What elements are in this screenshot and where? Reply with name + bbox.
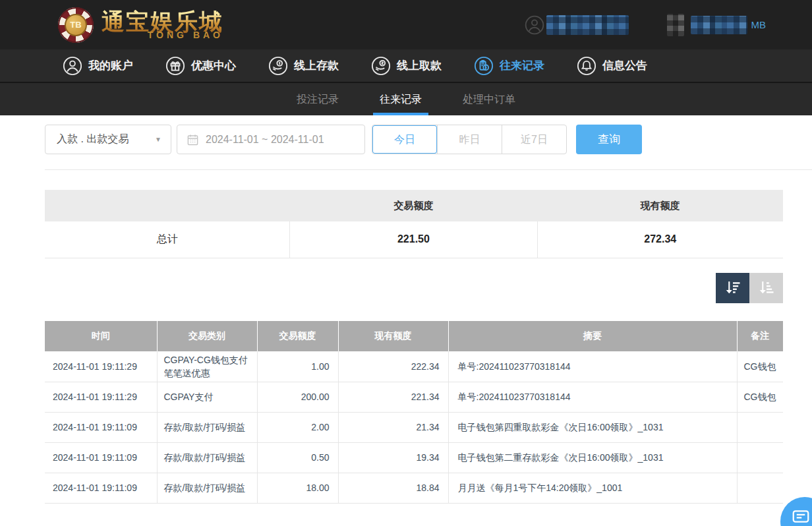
cell-balance: 19.34 [338,442,448,473]
cell-type: 存款/取款/打码/损益 [157,442,257,473]
cell-note: CG钱包 [737,382,783,412]
transaction-type-select[interactable]: 入款 . 出款交易 ▼ [45,125,171,154]
censored-balance [691,16,747,34]
table-body: 2024-11-01 19:11:29 CGPAY-CG钱包支付笔笔送优惠 1.… [45,351,783,504]
filter-bar: 入款 . 出款交易 ▼ 2024-11-01 ~ 2024-11-01 今日 昨… [45,125,812,154]
cell-note: CG钱包 [737,351,783,382]
cell-summary: 月月送《每月1号下午14:20领取》_1001 [448,473,737,503]
cell-amount: 1.00 [257,351,338,382]
page: TB 通宝娱乐城 TONG BAO MB [0,0,812,526]
summary-balance-total: 272.34 [537,221,783,258]
chat-icon [791,507,811,526]
cell-type: CGPAY支付 [157,382,257,412]
cell-balance: 221.34 [338,382,448,412]
cell-amount: 18.00 [257,473,338,503]
cell-note [737,442,783,473]
cell-balance: 21.34 [338,412,448,442]
col-header-balance: 现有额度 [338,321,448,351]
summary-total-label: 总计 [45,221,290,258]
date-range-value: 2024-11-01 ~ 2024-11-01 [206,134,324,146]
cell-balance: 18.84 [338,473,448,503]
main-nav: 我的账户 优惠中心 线上存款 [0,49,812,83]
tab-pending-orders[interactable]: 处理中订单 [453,83,525,115]
deposit-icon [268,56,288,76]
nav-item-transaction-records[interactable]: 往来记录 [474,56,544,76]
cell-amount: 0.50 [257,442,338,473]
nav-item-announcements[interactable]: 信息公告 [577,56,647,76]
sort-ascending-button[interactable] [749,273,783,303]
chip-label: TB [65,14,87,36]
table-row: 2024-11-01 19:11:09 存款/取款/打码/损益 2.00 21.… [45,412,783,442]
nav-label: 我的账户 [88,58,133,73]
col-header-summary: 摘要 [448,321,737,351]
summary-header-transaction: 交易额度 [290,190,537,221]
records-icon [474,56,494,76]
cell-summary: 电子钱包第四重取款彩金《次日16:00领取》_1031 [448,412,737,442]
cell-balance: 222.34 [338,351,448,382]
date-range-input[interactable]: 2024-11-01 ~ 2024-11-01 [177,125,365,154]
cell-note [737,412,783,442]
summary-transaction-total: 221.50 [290,221,537,258]
summary-header-balance: 现有额度 [537,190,783,221]
user-avatar-icon [524,15,545,36]
quick-range-last7days[interactable]: 近7日 [502,125,566,154]
quick-range-group: 今日 昨日 近7日 [372,125,567,154]
cell-type: 存款/取款/打码/损益 [157,412,257,442]
search-button[interactable]: 查询 [576,125,642,154]
content: 入款 . 出款交易 ▼ 2024-11-01 ~ 2024-11-01 今日 昨… [0,115,812,504]
gift-icon [165,56,185,76]
nav-item-online-withdraw[interactable]: 线上取款 [371,56,442,76]
cell-time: 2024-11-01 19:11:09 [45,473,157,503]
cell-summary: 单号:202411023770318144 [448,382,737,412]
section-divider [45,169,812,170]
balance-unit: MB [751,19,767,30]
sub-tabs: 投注记录 往来记录 处理中订单 [0,83,812,115]
table-row: 2024-11-01 19:11:09 存款/取款/打码/损益 18.00 18… [45,473,783,503]
brand-title-en: TONG BAO [102,30,223,40]
cell-amount: 200.00 [257,382,338,412]
col-header-type: 交易类别 [157,321,257,351]
nav-label: 信息公告 [602,58,647,73]
tab-betting-records[interactable]: 投注记录 [287,83,348,115]
sort-controls [0,273,783,303]
user-icon [63,56,82,76]
quick-range-today[interactable]: 今日 [372,125,437,154]
nav-label: 往来记录 [500,58,544,73]
poker-chip-icon: TB [58,7,94,43]
top-header: TB 通宝娱乐城 TONG BAO MB [0,0,812,49]
calendar-icon [187,133,199,146]
quick-range-yesterday[interactable]: 昨日 [437,125,502,154]
summary-header-empty [45,190,290,221]
nav-item-my-account[interactable]: 我的账户 [63,56,133,76]
type-select-value: 入款 . 出款交易 [57,132,129,146]
cell-note [737,473,783,503]
nav-item-online-deposit[interactable]: 线上存款 [268,56,339,76]
nav-label: 线上存款 [294,58,339,73]
nav-label: 线上取款 [397,58,442,73]
cell-time: 2024-11-01 19:11:09 [45,412,157,442]
cell-time: 2024-11-01 19:11:29 [45,382,157,412]
cell-type: 存款/取款/打码/损益 [157,473,257,503]
col-header-time: 时间 [45,321,157,351]
cell-amount: 2.00 [257,412,338,442]
table-row: 2024-11-01 19:11:29 CGPAY支付 200.00 221.3… [45,382,783,412]
nav-item-promotions[interactable]: 优惠中心 [165,56,236,76]
transactions-table: 时间 交易类别 交易额度 现有额度 摘要 备注 2024-11-01 19:11… [45,321,783,504]
sort-descending-button[interactable] [716,273,749,303]
summary-table: 交易额度 现有额度 总计 221.50 272.34 [45,190,783,258]
tab-transaction-records[interactable]: 往来记录 [370,83,431,115]
table-row: 2024-11-01 19:11:09 存款/取款/打码/损益 0.50 19.… [45,442,783,473]
col-header-amount: 交易额度 [257,321,338,351]
table-row: 2024-11-01 19:11:29 CGPAY-CG钱包支付笔笔送优惠 1.… [45,351,783,382]
table-header-row: 时间 交易类别 交易额度 现有额度 摘要 备注 [45,321,783,351]
cell-summary: 单号:202411023770318144 [448,351,737,382]
summary-row: 总计 221.50 272.34 [45,221,783,258]
withdraw-icon [371,56,391,76]
cell-type: CGPAY-CG钱包支付笔笔送优惠 [157,351,257,382]
brand-logo[interactable]: TB 通宝娱乐城 TONG BAO [58,7,223,43]
cell-summary: 电子钱包第二重存款彩金《次日16:00领取》_1031 [448,442,737,473]
nav-label: 优惠中心 [191,58,236,73]
user-info: MB [524,14,767,36]
censored-username [546,15,629,35]
col-header-note: 备注 [737,321,783,351]
